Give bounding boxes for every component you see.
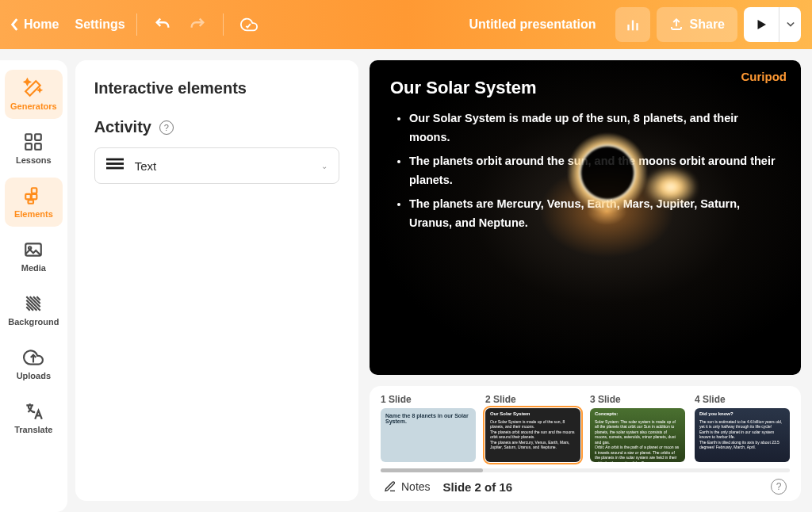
thumbnail-title: Concepts:	[595, 411, 680, 418]
play-button-group	[744, 7, 801, 42]
sidebar-item-lessons[interactable]: Lessons	[5, 124, 63, 173]
chevron-down-icon	[787, 21, 795, 29]
image-icon	[23, 239, 44, 260]
topbar-left: Home Settings	[11, 17, 125, 32]
share-button[interactable]: Share	[657, 7, 737, 42]
svg-rect-10	[29, 200, 34, 203]
home-label: Home	[24, 17, 59, 32]
text-lines-icon	[106, 158, 124, 174]
activity-label: Activity	[94, 118, 151, 136]
main-area: Generators Lessons Elements Media Backgr…	[0, 49, 812, 512]
thumbnail-preview-text: The sun is estimated to be 4.6 billion y…	[699, 419, 785, 450]
sidebar-item-translate[interactable]: Translate	[5, 393, 63, 442]
slide-bullet: Our Solar System is made up of the sun, …	[409, 109, 780, 147]
share-label: Share	[690, 17, 725, 32]
grid-icon	[23, 132, 44, 152]
thumbnail: 3 Slide Concepts: Solar System: The sola…	[590, 394, 685, 462]
panel-title: Interactive elements	[94, 79, 339, 97]
upload-icon	[669, 17, 684, 32]
activity-select-value: Text	[135, 159, 157, 173]
topbar: Home Settings Untitled presentation Shar…	[0, 0, 812, 49]
chevron-down-icon: ⌄	[321, 162, 327, 170]
thumbnail-label: 4 Slide	[695, 394, 790, 405]
sidebar-item-elements[interactable]: Elements	[5, 178, 63, 227]
bottom-bar: Notes Slide 2 of 16 ?	[381, 472, 790, 495]
slide-counter: Slide 2 of 16	[443, 480, 513, 494]
sidebar-item-background[interactable]: Background	[5, 285, 63, 334]
redo-icon	[189, 16, 206, 33]
thumbnail: 2 Slide Our Solar System Our Solar Syste…	[485, 394, 580, 462]
scrollbar-handle[interactable]	[381, 468, 483, 472]
thumbnail-label: 1 Slide	[381, 394, 476, 405]
sidebar-label: Media	[21, 263, 46, 273]
thumbnail-preview-text: Solar System: The solar system is made u…	[595, 419, 680, 462]
blocks-icon	[23, 185, 44, 206]
poll-button[interactable]	[615, 7, 650, 42]
sidebar-label: Lessons	[16, 155, 52, 165]
thumbnail-scrollbar[interactable]	[381, 468, 790, 472]
thumbnail-slide-2[interactable]: Our Solar System Our Solar System is mad…	[485, 408, 580, 462]
thumbnail-label: 3 Slide	[590, 394, 685, 405]
svg-rect-5	[26, 143, 33, 150]
chevron-left-icon	[11, 18, 19, 31]
svg-rect-7	[26, 194, 32, 200]
edit-icon	[384, 480, 396, 493]
thumbnail-strip[interactable]: 1 Slide Name the 8 planets in our Solar …	[381, 394, 790, 467]
sidebar-item-media[interactable]: Media	[5, 231, 63, 281]
redo-button[interactable]	[183, 10, 212, 39]
slide-bullets: Our Solar System is made up of the sun, …	[390, 109, 780, 233]
sidebar-label: Generators	[10, 101, 57, 111]
svg-rect-6	[35, 143, 41, 150]
thumbnail-slide-3[interactable]: Concepts: Solar System: The solar system…	[590, 408, 685, 462]
presentation-title[interactable]: Untitled presentation	[469, 17, 596, 32]
divider	[136, 13, 137, 36]
divider	[223, 13, 224, 36]
cloud-check-icon	[240, 16, 258, 33]
play-dropdown[interactable]	[779, 7, 801, 42]
help-button[interactable]: ?	[771, 479, 787, 495]
thumbnail-slide-4[interactable]: Did you know? The sun is estimated to be…	[695, 408, 790, 462]
thumbnail-label: 2 Slide	[485, 394, 580, 405]
sidebar-item-generators[interactable]: Generators	[5, 70, 63, 119]
cloud-upload-icon	[23, 347, 44, 368]
sidebar-label: Translate	[14, 425, 52, 434]
svg-rect-15	[106, 167, 124, 170]
settings-button[interactable]: Settings	[75, 17, 124, 32]
magic-wand-icon	[23, 78, 44, 98]
svg-rect-14	[106, 162, 124, 165]
thumbnail-preview-text: Our Solar System is made up of the sun, …	[490, 419, 576, 450]
sidebar-label: Elements	[14, 209, 53, 219]
thumbnail: 1 Slide Name the 8 planets in our Solar …	[381, 394, 476, 462]
sidebar-label: Background	[8, 317, 59, 327]
thumbnail-slide-1[interactable]: Name the 8 planets in our Solar System.	[381, 408, 476, 462]
thumbnail-title: Did you know?	[699, 411, 785, 418]
notes-button[interactable]: Notes	[384, 480, 431, 493]
canvas-area: Curipod Our Solar System Our Solar Syste…	[358, 49, 812, 512]
activity-help-icon[interactable]: ?	[159, 120, 174, 135]
svg-rect-4	[35, 134, 41, 140]
slide-bullet: The planets are Mercury, Venus, Earth, M…	[409, 195, 780, 233]
activity-type-select[interactable]: Text ⌄	[94, 147, 339, 184]
play-button[interactable]	[744, 7, 779, 42]
undo-button[interactable]	[148, 10, 177, 39]
slide-preview[interactable]: Curipod Our Solar System Our Solar Syste…	[370, 60, 801, 375]
home-button[interactable]: Home	[11, 17, 59, 32]
activity-header: Activity ?	[94, 118, 339, 136]
thumbnail-title: Our Solar System	[490, 411, 576, 418]
translate-icon	[23, 401, 44, 422]
undo-icon	[154, 16, 171, 33]
sidebar: Generators Lessons Elements Media Backgr…	[0, 60, 67, 512]
sidebar-label: Uploads	[17, 371, 51, 380]
slide-brand-label: Curipod	[741, 70, 787, 83]
texture-icon	[23, 293, 44, 314]
notes-label: Notes	[401, 480, 431, 493]
cloud-sync-button[interactable]	[235, 10, 263, 39]
elements-panel: Interactive elements Activity ? Text ⌄	[75, 60, 358, 501]
svg-rect-13	[106, 159, 124, 161]
bar-chart-icon	[624, 16, 642, 33]
thumbnail: 4 Slide Did you know? The sun is estimat…	[695, 394, 790, 462]
slide-title: Our Solar System	[390, 78, 780, 98]
svg-rect-9	[32, 194, 37, 200]
sidebar-item-uploads[interactable]: Uploads	[5, 339, 63, 388]
svg-rect-8	[32, 188, 37, 193]
